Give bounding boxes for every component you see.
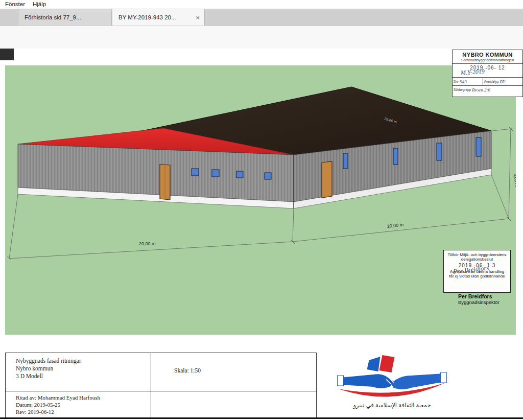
menu-fonster[interactable]: Fönster xyxy=(2,0,28,9)
titleblock-date: Datum: 2019-05-25 xyxy=(16,401,151,408)
arendetyp-label: Ärendetyp xyxy=(483,80,500,83)
document-page[interactable]: 20,00 m 10,00 m 3,00 m 28,86 m NYBRO KOM… xyxy=(0,49,523,420)
tab-bar: Förhistoria sid 77_9... BY MY-2019-943 2… xyxy=(0,9,523,26)
dimension-height-label: 3,00 m xyxy=(513,173,516,187)
tab-label: Förhistoria sid 77_9... xyxy=(25,14,81,20)
title-block: Nybyggnads fasad ritningar Nybro kommun … xyxy=(5,353,317,417)
titleblock-rev: Rev: 2019-06-12 xyxy=(16,408,151,415)
stamp-kommun-subtitle: Samhällsbyggnadsförvaltningen xyxy=(453,58,522,62)
stamp-kommun: NYBRO KOMMUN Samhällsbyggnadsförvaltning… xyxy=(452,50,523,97)
dnr-label: Dnr xyxy=(453,80,460,83)
titleblock-scale: Skala: 1:50 xyxy=(174,367,201,374)
sokbegrepp-label: Sökbegrepp xyxy=(453,88,472,91)
page-bottom-edge xyxy=(0,417,523,419)
side-window xyxy=(393,148,398,165)
titleblock-line3: 3 D Modell xyxy=(16,372,151,380)
dimension-front-label: 20,00 m xyxy=(139,241,156,246)
delegation-line1: Tillhör Miljö- och byggnämndens xyxy=(444,252,510,257)
tab-label: BY MY-2019-943 20... xyxy=(118,14,176,20)
inspector-title: Byggnadsinspektör xyxy=(458,299,500,305)
pdf-viewer-window: Fönster Hjälp Förhistoria sid 77_9... BY… xyxy=(0,0,523,420)
inspector-block: Per Breidfors Byggnadsinspektör xyxy=(458,293,500,305)
inspector-name: Per Breidfors xyxy=(458,293,500,299)
menu-hjalp[interactable]: Hjälp xyxy=(30,0,49,9)
menu-bar: Fönster Hjälp xyxy=(0,0,523,9)
logo-caption-arabic: جمعية الثقافة الإسلامية في نيبرو xyxy=(332,402,452,409)
titleblock-author: Ritad av: Mohammad Eyad Harfoush xyxy=(16,394,151,401)
building-3d-view: 20,00 m 10,00 m 3,00 m 28,86 m xyxy=(5,65,516,335)
tab-forhistoria[interactable]: Förhistoria sid 77_9... xyxy=(18,9,112,26)
side-window xyxy=(343,153,348,169)
stamp-kommun-title: NYBRO KOMMUN xyxy=(453,52,522,58)
dimension-side-label: 10,00 m xyxy=(387,222,403,229)
front-window xyxy=(265,173,271,179)
stamp-kommun-handwritten: M.Y-2019 xyxy=(461,67,485,77)
side-door xyxy=(322,161,332,198)
dnr-value: 943 xyxy=(460,79,483,84)
drawing-canvas: 20,00 m 10,00 m 3,00 m 28,86 m xyxy=(5,65,516,335)
handshake-logo-icon xyxy=(332,354,452,401)
titleblock-line2: Nybro kommun xyxy=(16,365,151,372)
front-window xyxy=(212,170,219,177)
front-window xyxy=(236,171,243,178)
front-window xyxy=(192,169,199,176)
tab-close-icon[interactable]: × xyxy=(196,9,200,26)
stamp-delegation: Tillhör Miljö- och byggnämndens delegati… xyxy=(443,250,511,293)
sokbegrepp-value: Broen 2:6 xyxy=(472,87,522,92)
titleblock-line1: Nybyggnads fasad ritningar xyxy=(16,357,151,365)
association-logo: جمعية الثقافة الإسلامية في نيبرو xyxy=(332,354,452,414)
side-window xyxy=(476,137,481,156)
scan-corner-mark xyxy=(0,49,14,60)
toolbar: / 18 54,6% ▾ xyxy=(0,26,523,49)
arendetyp-value: BY xyxy=(500,79,522,84)
tab-by-my-2019-943[interactable]: BY MY-2019-943 20... × xyxy=(112,9,205,26)
side-window xyxy=(437,143,442,160)
delegation-line2: delegationsbeslut xyxy=(444,257,510,262)
